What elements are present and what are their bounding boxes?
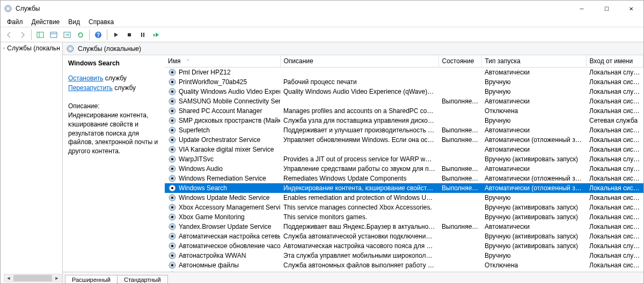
table-row[interactable]: VIA Karaoke digital mixer ServiceАвтомат… xyxy=(165,145,643,154)
gear-icon xyxy=(168,242,177,250)
svg-point-16 xyxy=(69,48,71,50)
tab-standard[interactable]: Стандартный xyxy=(117,275,168,283)
tree-root-services[interactable]: Службы (локальн xyxy=(1,42,62,54)
svg-rect-2 xyxy=(37,32,43,38)
table-row[interactable]: Update Orchestrator ServiceУправляет обн… xyxy=(165,135,643,145)
service-status xyxy=(438,241,481,251)
menu-file[interactable]: Файл xyxy=(3,17,27,27)
table-row[interactable]: Quality Windows Audio Video ExperienceQu… xyxy=(165,87,643,96)
col-status[interactable]: Состояние xyxy=(438,55,481,68)
service-desc: Поддерживает ваш Яндекс.Браузер в актуал… xyxy=(280,222,438,231)
svg-rect-12 xyxy=(153,34,155,36)
service-name: Windows Search xyxy=(179,184,227,192)
help-button[interactable]: ? xyxy=(92,28,105,41)
minimize-button[interactable]: ─ xyxy=(569,1,594,17)
gear-icon xyxy=(168,97,177,106)
gear-icon xyxy=(168,261,177,270)
service-startup: Автоматически xyxy=(481,96,586,106)
back-button[interactable] xyxy=(3,28,16,41)
table-row[interactable]: WarpJITSvcProvides a JIT out of process … xyxy=(165,154,643,164)
service-name: WarpJITSvc xyxy=(179,155,214,163)
table-row[interactable]: Автономные файлыСлужба автономных файлов… xyxy=(165,260,643,270)
table-row[interactable]: Pml Driver HPZ12АвтоматическиЛокальная с… xyxy=(165,68,643,78)
col-name[interactable]: Имя˄ xyxy=(165,55,280,68)
properties-button[interactable] xyxy=(47,28,60,41)
service-list[interactable]: Имя˄ Описание Состояние Тип запуска Вход… xyxy=(165,55,643,272)
svg-point-38 xyxy=(171,168,173,170)
pane-header-label: Службы (локальные) xyxy=(78,45,141,53)
start-service-button[interactable] xyxy=(109,28,122,41)
service-startup: Вручную (активировать запуск) xyxy=(481,203,586,212)
col-logon[interactable]: Вход от имени xyxy=(586,55,643,68)
scroll-left-icon[interactable]: ◄ xyxy=(4,275,13,281)
service-startup: Вручную (активировать запуск) xyxy=(481,270,586,272)
service-logon: Локальная система xyxy=(586,135,643,145)
close-button[interactable]: ✕ xyxy=(619,1,643,17)
service-name: Superfetch xyxy=(179,126,210,134)
separator xyxy=(107,29,107,40)
service-startup: Вручную xyxy=(481,87,586,96)
detail-desc-label: Описание: xyxy=(68,102,159,110)
table-row[interactable]: PrintWorkflow_70ab425Рабочий процесс печ… xyxy=(165,77,643,87)
service-status xyxy=(438,145,481,154)
service-logon: Сетевая служба xyxy=(586,116,643,125)
service-name: Shared PC Account Manager xyxy=(179,107,262,115)
forward-button[interactable] xyxy=(16,28,29,41)
svg-point-18 xyxy=(171,71,173,73)
service-name: Агент политики IPsec xyxy=(179,271,242,272)
table-row[interactable]: SMP дисковых пространств (Майкрос...Служ… xyxy=(165,116,643,125)
stop-service-button[interactable] xyxy=(123,28,136,41)
service-desc: Manages profiles and accounts on a Share… xyxy=(280,106,438,116)
svg-point-22 xyxy=(171,91,173,93)
export-button[interactable] xyxy=(61,28,74,41)
table-row[interactable]: Xbox Game MonitoringThis service monitor… xyxy=(165,212,643,222)
service-logon: Локальная система xyxy=(586,183,643,193)
table-row[interactable]: Автоматическое обновление часово...Автом… xyxy=(165,241,643,251)
menu-view[interactable]: Вид xyxy=(64,17,84,27)
pause-service-button[interactable] xyxy=(136,28,149,41)
table-row[interactable]: Автоматическая настройка сетевых ...Служ… xyxy=(165,231,643,241)
service-logon: Локальная система xyxy=(586,231,643,241)
table-row[interactable]: Xbox Accessory Management ServiceThis se… xyxy=(165,203,643,212)
table-row[interactable]: Windows SearchИндексирование контента, к… xyxy=(165,183,643,193)
scroll-right-icon[interactable]: ► xyxy=(53,275,61,281)
table-row[interactable]: Shared PC Account ManagerManages profile… xyxy=(165,106,643,116)
maximize-button[interactable]: ☐ xyxy=(594,1,619,17)
gear-icon xyxy=(168,203,177,212)
menu-help[interactable]: Справка xyxy=(84,17,118,27)
service-desc: Quality Windows Audio Video Experience (… xyxy=(280,87,438,96)
stop-suffix: службу xyxy=(104,74,127,82)
table-row[interactable]: Windows AudioУправление средствами работ… xyxy=(165,164,643,174)
svg-text:?: ? xyxy=(97,32,100,38)
service-name: Quality Windows Audio Video Experience xyxy=(179,88,280,95)
service-name: Автоматическое обновление часово... xyxy=(179,242,280,250)
gear-icon xyxy=(168,251,177,260)
table-row[interactable]: Windows Remediation ServiceRemediates Wi… xyxy=(165,174,643,183)
table-row[interactable]: Yandex.Browser Update ServiceПоддерживае… xyxy=(165,222,643,231)
service-status xyxy=(438,212,481,222)
tab-extended[interactable]: Расширенный xyxy=(65,275,118,283)
service-startup: Вручную xyxy=(481,77,586,87)
table-row[interactable]: SAMSUNG Mobile Connectivity ServiceВыпол… xyxy=(165,96,643,106)
col-startup[interactable]: Тип запуска xyxy=(481,55,586,68)
table-row[interactable]: SuperfetchПоддерживает и улучшает произв… xyxy=(165,125,643,135)
tree-root-label: Службы (локальн xyxy=(7,44,60,52)
window-title: Службы xyxy=(16,5,569,12)
stop-service-link[interactable]: Остановить xyxy=(68,74,104,82)
show-hide-tree-button[interactable] xyxy=(34,28,47,41)
table-row[interactable]: Агент политики IPsecБезопасность протоко… xyxy=(165,270,643,272)
service-desc: Индексирование контента, кэширование сво… xyxy=(280,183,438,193)
table-row[interactable]: Windows Update Medic ServiceEnables reme… xyxy=(165,193,643,203)
service-logon: Локальная система xyxy=(586,77,643,87)
gear-icon xyxy=(168,165,177,173)
svg-point-54 xyxy=(171,245,173,247)
table-row[interactable]: Автонастройка WWANЭта служба управляет м… xyxy=(165,251,643,260)
svg-point-40 xyxy=(171,177,173,180)
scroll-thumb[interactable] xyxy=(13,275,52,281)
refresh-button[interactable] xyxy=(74,28,87,41)
restart-service-button[interactable] xyxy=(150,28,163,41)
horizontal-scrollbar[interactable]: ◄ ► xyxy=(4,274,62,282)
restart-service-link[interactable]: Перезапустить xyxy=(68,84,113,92)
col-description[interactable]: Описание xyxy=(280,55,438,68)
menu-action[interactable]: Действие xyxy=(27,17,64,27)
